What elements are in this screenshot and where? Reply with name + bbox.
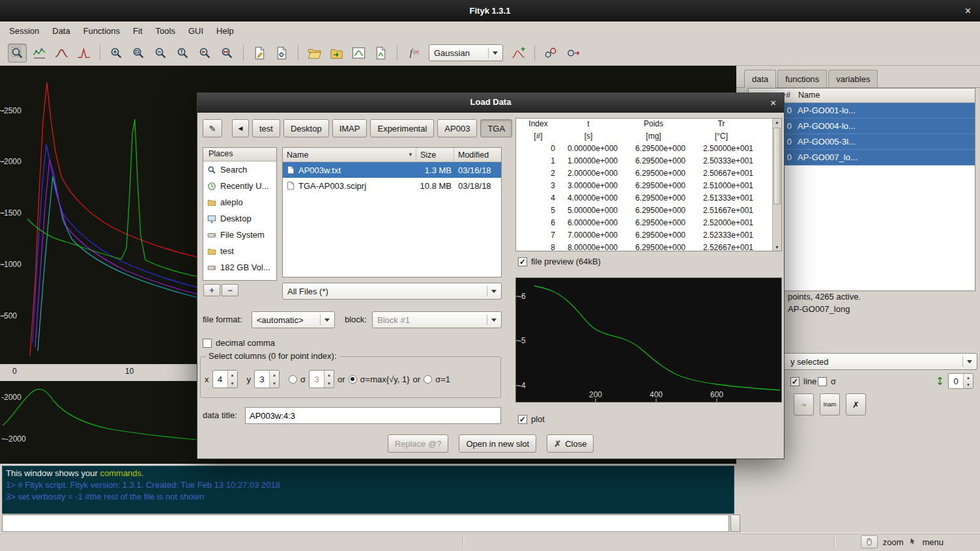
file-row-tga-ap003-sciprj[interactable]: TGA-AP003.sciprj10.8 MB03/18/18	[283, 178, 501, 193]
preview-cell: 7.00000e+000	[559, 231, 622, 243]
spinner-arrows[interactable]: ▲▼	[269, 371, 279, 388]
path-button-experimental[interactable]: Experimental	[370, 119, 434, 137]
path-button-ap003[interactable]: AP003	[437, 119, 477, 137]
edit-location-button[interactable]: ✎	[203, 119, 222, 137]
data-title-input[interactable]	[245, 407, 501, 424]
data-range-mode-button[interactable]	[30, 44, 49, 63]
menu-help[interactable]: Help	[210, 21, 240, 40]
window-close-button[interactable]: ×	[965, 5, 971, 17]
desktop-icon	[207, 214, 216, 223]
place-item-search[interactable]: Search	[203, 162, 276, 178]
remove-place-button[interactable]: −	[222, 284, 238, 296]
spinner-arrows[interactable]: ▲▼	[227, 371, 237, 388]
spinner-arrows[interactable]: ▲▼	[324, 371, 334, 388]
close-button[interactable]: ✗ Close	[547, 434, 594, 453]
preview-scrollbar[interactable]: ▲ ▼	[772, 119, 781, 251]
sigma-column-radio[interactable]	[289, 375, 297, 384]
zoom-all-button[interactable]	[218, 44, 237, 63]
decimal-comma-checkbox[interactable]: decimal comma	[203, 338, 275, 348]
replace-button[interactable]: Replace @?	[388, 434, 449, 453]
place-item-file-system[interactable]: File System	[203, 227, 276, 243]
column-header-size[interactable]: Size	[416, 148, 454, 162]
zoom-100-button[interactable]	[173, 44, 192, 63]
delete-data-button[interactable]: ✗	[846, 393, 866, 416]
edit-script-button[interactable]	[272, 44, 291, 63]
peak-draw-mode-button[interactable]	[74, 44, 93, 63]
file-format-dropdown[interactable]: <automatic>	[252, 311, 335, 328]
place-item-test[interactable]: test	[203, 243, 276, 259]
path-back-button[interactable]: ◀	[232, 119, 249, 137]
menu-fit[interactable]: Fit	[126, 21, 149, 40]
place-item-desktop[interactable]: Desktop	[203, 210, 276, 227]
block-dropdown[interactable]: Block #1	[372, 311, 502, 328]
file-filter-dropdown[interactable]: All Files (*)	[282, 283, 502, 300]
path-button-desktop[interactable]: Desktop	[283, 119, 329, 137]
path-button-imap[interactable]: IMAP	[332, 119, 368, 137]
sigma-one-radio[interactable]	[424, 375, 432, 384]
checkbox-box	[818, 377, 827, 386]
input-side-button[interactable]	[730, 515, 740, 532]
sigma-max-radio[interactable]	[349, 375, 357, 384]
line-checkbox[interactable]: line	[790, 376, 816, 386]
open-recent-button[interactable]	[327, 44, 346, 63]
command-input[interactable]	[2, 515, 729, 532]
menu-functions[interactable]: Functions	[77, 21, 126, 40]
sigma-checkbox[interactable]: σ	[818, 376, 836, 386]
place-item-recently-u[interactable]: Recently U...	[203, 178, 276, 194]
menu-tools[interactable]: Tools	[149, 21, 182, 40]
menu-data[interactable]: Data	[46, 21, 76, 40]
function-type-button[interactable]: f(x)	[404, 44, 423, 63]
mouse-mode-button[interactable]	[861, 535, 878, 548]
open-in-new-slot-button[interactable]: Open in new slot	[459, 434, 536, 453]
path-button-test[interactable]: test	[252, 119, 280, 137]
save-image-button[interactable]	[349, 44, 368, 63]
add-peak-button[interactable]	[509, 44, 528, 63]
place-item-aleplo[interactable]: aleplo	[203, 194, 276, 210]
zoom-select-mode-button[interactable]	[8, 44, 27, 63]
fit-continue-button[interactable]	[564, 44, 583, 63]
block-label: block:	[345, 311, 367, 329]
menu-gui[interactable]: GUI	[182, 21, 210, 40]
svg-text:(x): (x)	[414, 49, 419, 54]
column-header-modified[interactable]: Modified	[454, 148, 501, 162]
function-draw-mode-button[interactable]	[52, 44, 71, 63]
sigma-column-spinner[interactable]: 3 ▲▼	[309, 370, 334, 388]
toolbar-separator	[397, 45, 397, 61]
rename-data-button[interactable]: Inam	[820, 393, 840, 416]
plot-checkbox[interactable]: plot	[518, 414, 545, 424]
run-script-button[interactable]	[250, 44, 269, 63]
peak-type-select[interactable]: Gaussian	[429, 44, 503, 61]
fit-run-button[interactable]	[541, 44, 560, 63]
spinner-arrows[interactable]: ▲▼	[963, 374, 973, 388]
zoom-in-button[interactable]	[107, 44, 126, 63]
add-place-button[interactable]: +	[203, 284, 220, 296]
chevron-down-icon	[493, 51, 498, 57]
console-highlight: commands.	[100, 468, 144, 478]
open-file-button[interactable]	[305, 44, 324, 63]
tab-data[interactable]: data	[744, 70, 776, 88]
y-column-spinner[interactable]: 3 ▲▼	[254, 370, 280, 388]
zoom-previous-button[interactable]	[195, 44, 214, 63]
zoom-out-button[interactable]	[151, 44, 170, 63]
column-header-name[interactable]: Name ▼	[283, 148, 416, 162]
file-row-ap003w-txt[interactable]: AP003w.txt1.3 MB03/16/18	[283, 162, 501, 178]
menu-session[interactable]: Session	[3, 21, 46, 40]
file-modified: 03/16/18	[454, 165, 501, 175]
path-button-tga[interactable]: TGA	[480, 119, 512, 137]
shift-spinner[interactable]: 0 ▲▼	[948, 373, 973, 389]
tab-functions[interactable]: functions	[777, 70, 827, 87]
edit-data-button[interactable]	[794, 393, 814, 416]
tab-variables[interactable]: variables	[828, 70, 878, 87]
dialog-close-button[interactable]: ×	[770, 97, 776, 108]
save-session-button[interactable]	[371, 44, 390, 63]
scroll-up-icon[interactable]: ▲	[773, 120, 781, 124]
x-column-spinner[interactable]: 4 ▲▼	[212, 370, 238, 388]
place-item-182-gb-vol[interactable]: 182 GB Vol...	[203, 259, 276, 276]
scroll-thumb[interactable]	[773, 128, 781, 205]
file-preview-checkbox[interactable]: file preview (64kB)	[518, 257, 601, 266]
preview-cell: 8	[521, 243, 559, 251]
y-label: y	[247, 374, 252, 384]
zoom-box-button[interactable]	[129, 44, 148, 63]
scroll-down-icon[interactable]: ▼	[773, 245, 781, 249]
column-header-name[interactable]: Name	[798, 91, 820, 100]
